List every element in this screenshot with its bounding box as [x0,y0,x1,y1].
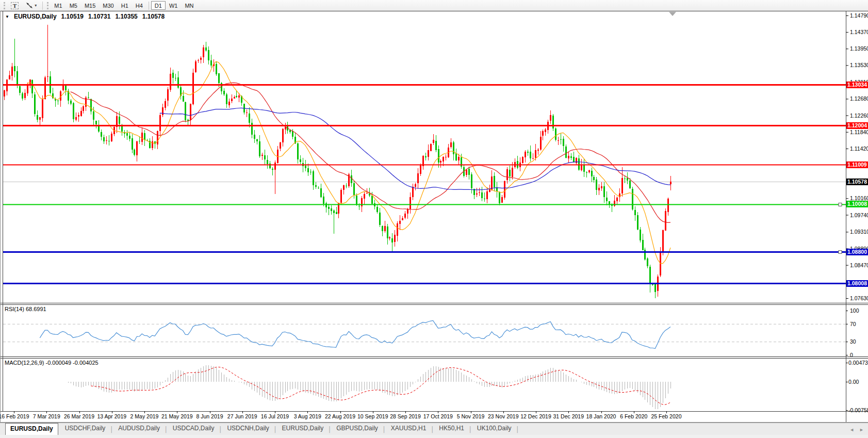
timeframe-button-h1[interactable]: H1 [118,1,132,10]
chart-canvas[interactable] [0,0,868,438]
candle-body [535,150,536,158]
candle-body [39,117,41,120]
candle-body [44,77,46,100]
candle-body [175,78,176,78]
candle-body [108,141,110,141]
candle-body [208,50,209,60]
candle-body [445,157,447,158]
candle-body [642,240,644,250]
tab-scroll-right-icon[interactable]: ► [859,427,864,432]
candle-body [42,99,43,118]
chart-tab-xauusd-h1[interactable]: XAUUSD,H1 [386,425,431,435]
candle-body [468,169,470,175]
candle-body [364,194,365,199]
chart-tab-usdcnh-daily[interactable]: USDCNH,Daily [222,425,273,435]
candle-body [251,123,253,135]
candle-body [410,197,411,209]
candle-body [440,161,441,163]
candle-body [384,226,386,231]
candle-body [106,140,107,141]
candle-body [62,86,64,90]
candle-body [9,75,10,79]
candle-body [606,198,608,201]
candle-body [88,98,89,98]
candle-body [555,128,556,139]
candle-body [647,258,648,266]
chart-tab-gbpusd-daily[interactable]: GBPUSD,Daily [332,425,383,435]
candle-body [300,159,301,163]
text-tool-button[interactable]: T [7,1,22,10]
candle-body [481,192,483,199]
candle-body [231,99,233,102]
candle-body [323,197,324,204]
candle-body [228,102,230,105]
timeframe-button-w1[interactable]: W1 [166,1,182,10]
candle-body [471,174,472,188]
toolbar-grip[interactable] [47,2,48,9]
candle-body [525,152,526,157]
dropdown-caret-icon: ▾ [35,3,37,8]
candle-body [165,101,166,108]
chart-tab-usdcad-daily[interactable]: USDCAD,Daily [168,425,219,435]
candle-body [476,193,478,195]
candle-body [627,178,628,181]
timeframe-button-m15[interactable]: M15 [81,1,99,10]
candle-body [573,157,575,163]
candle-body [340,190,342,203]
candle-body [491,176,493,190]
chart-tab-eurusd-daily[interactable]: EURUSD,Daily [277,425,329,435]
candle-body [662,230,664,253]
candle-body [320,188,322,197]
candle-body [292,131,293,137]
candle-body [632,189,633,209]
timeframe-button-m5[interactable]: M5 [66,1,81,10]
timeframe-button-h4[interactable]: H4 [132,1,146,10]
candle-body [78,115,79,117]
candle-body [238,95,240,98]
candle-body [254,135,255,139]
chart-tab-uk100-daily[interactable]: UK100,Daily [472,425,516,435]
candle-body [313,171,314,185]
chart-tab-audusd-daily[interactable]: AUDUSD,Daily [113,425,165,435]
candle-body [307,168,309,172]
candle-body [598,188,600,190]
chart-tab-usdchf-daily[interactable]: USDCHF,Daily [60,425,110,435]
candle-body [394,235,396,242]
line-handle[interactable] [839,203,842,206]
timeframe-button-group: M1M5M15M30H1H4D1W1MN [51,1,197,10]
candle-body [397,223,398,235]
timeframe-button-m1[interactable]: M1 [51,1,65,10]
chart-tab-hk50-h1[interactable]: HK50,H1 [434,425,469,435]
candle-body [391,238,393,242]
timeframe-button-m30[interactable]: M30 [99,1,117,10]
symbol-dropdown-triangle-icon[interactable]: ▼ [5,14,9,19]
text-tool-icon: T [11,2,19,9]
candle-body [256,139,258,141]
candle-body [31,80,33,93]
candle-body [343,185,345,190]
timeframe-button-mn[interactable]: MN [181,1,197,10]
ohlc-open: 1.10519 [61,13,84,20]
candle-body [4,90,5,96]
timeframe-button-d1[interactable]: D1 [151,1,166,10]
line-handle[interactable] [839,251,842,254]
chart-tab-eurusd-daily[interactable]: EURUSD,Daily [5,423,58,435]
rsi-line [40,320,670,348]
candle-body [272,169,273,169]
candle-body [417,173,419,183]
chart-shift-marker[interactable] [669,12,676,16]
arrow-objects-button[interactable]: ▾ [22,1,40,10]
candle-body [453,142,454,154]
candle-body [550,115,551,121]
candle-body [234,97,235,99]
tab-separator: │ [219,425,223,435]
candle-body [578,158,580,170]
toolbar-grip[interactable] [4,2,5,9]
candle-body [540,137,542,150]
tab-scroll-left-icon[interactable]: ◄ [849,427,854,432]
candle-body [336,212,337,214]
candle-body [297,143,299,159]
candle-body [274,163,276,169]
candle-body [450,142,452,147]
candle-body [192,73,194,105]
